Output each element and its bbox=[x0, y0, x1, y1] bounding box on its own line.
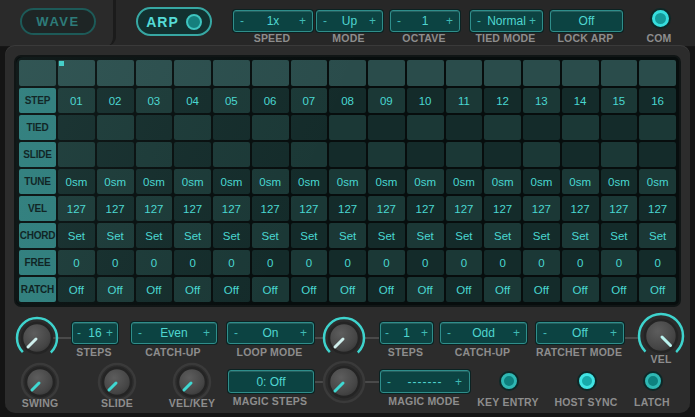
grid-cell-tune-16[interactable]: 0sm bbox=[639, 169, 676, 194]
grid-cell-ratch-15[interactable]: Off bbox=[601, 277, 638, 302]
grid-cell-tune-13[interactable]: 0sm bbox=[523, 169, 560, 194]
step-header-cell-4[interactable] bbox=[174, 60, 211, 86]
grid-cell-ratch-10[interactable]: Off bbox=[407, 277, 444, 302]
arp-enable-led[interactable] bbox=[186, 14, 202, 30]
loop-mode-stepper[interactable]: - On + bbox=[227, 322, 314, 344]
grid-cell-free-13[interactable]: 0 bbox=[523, 250, 560, 275]
key-entry-led[interactable] bbox=[501, 373, 517, 389]
grid-cell-ratch-2[interactable]: Off bbox=[97, 277, 134, 302]
speed-increment[interactable]: + bbox=[299, 14, 306, 28]
mode-increment[interactable]: + bbox=[369, 14, 376, 28]
speed-decrement[interactable]: - bbox=[240, 14, 244, 28]
grid-cell-ratch-4[interactable]: Off bbox=[174, 277, 211, 302]
grid-cell-chord-14[interactable]: Set bbox=[562, 223, 599, 248]
grid-cell-ratch-1[interactable]: Off bbox=[58, 277, 95, 302]
loop-knob[interactable] bbox=[322, 316, 366, 364]
grid-cell-free-3[interactable]: 0 bbox=[136, 250, 173, 275]
grid-cell-ratch-8[interactable]: Off bbox=[329, 277, 366, 302]
grid-cell-free-15[interactable]: 0 bbox=[601, 250, 638, 275]
grid-cell-vel-4[interactable]: 127 bbox=[174, 196, 211, 221]
catch-up-right-value[interactable]: Odd bbox=[472, 326, 495, 340]
grid-cell-tune-14[interactable]: 0sm bbox=[562, 169, 599, 194]
grid-cell-tune-8[interactable]: 0sm bbox=[329, 169, 366, 194]
grid-cell-tied-2[interactable] bbox=[97, 115, 134, 140]
grid-cell-ratch-9[interactable]: Off bbox=[368, 277, 405, 302]
grid-cell-ratch-11[interactable]: Off bbox=[446, 277, 483, 302]
step-header-cell-6[interactable] bbox=[252, 60, 289, 86]
grid-cell-tied-3[interactable] bbox=[136, 115, 173, 140]
grid-cell-step-15[interactable]: 15 bbox=[601, 88, 638, 113]
grid-cell-vel-16[interactable]: 127 bbox=[639, 196, 676, 221]
grid-cell-chord-3[interactable]: Set bbox=[136, 223, 173, 248]
grid-cell-vel-14[interactable]: 127 bbox=[562, 196, 599, 221]
grid-cell-tune-15[interactable]: 0sm bbox=[601, 169, 638, 194]
grid-cell-tune-2[interactable]: 0sm bbox=[97, 169, 134, 194]
grid-cell-tune-11[interactable]: 0sm bbox=[446, 169, 483, 194]
grid-cell-free-6[interactable]: 0 bbox=[252, 250, 289, 275]
step-header-cell-10[interactable] bbox=[407, 60, 444, 86]
grid-cell-tied-1[interactable] bbox=[58, 115, 95, 140]
magic-steps-selector[interactable]: 0: Off bbox=[228, 370, 314, 393]
speed-stepper[interactable]: - 1x + bbox=[233, 10, 313, 32]
octave-decrement[interactable]: - bbox=[397, 14, 401, 28]
grid-cell-tune-4[interactable]: 0sm bbox=[174, 169, 211, 194]
grid-cell-free-14[interactable]: 0 bbox=[562, 250, 599, 275]
grid-cell-vel-10[interactable]: 127 bbox=[407, 196, 444, 221]
steps-right-stepper[interactable]: - 1 + bbox=[380, 322, 433, 344]
grid-cell-tied-10[interactable] bbox=[407, 115, 444, 140]
grid-cell-tune-5[interactable]: 0sm bbox=[213, 169, 250, 194]
loop-mode-value[interactable]: On bbox=[262, 326, 278, 340]
steps-right-value[interactable]: 1 bbox=[403, 326, 410, 340]
grid-cell-free-4[interactable]: 0 bbox=[174, 250, 211, 275]
grid-cell-vel-9[interactable]: 127 bbox=[368, 196, 405, 221]
grid-cell-tune-6[interactable]: 0sm bbox=[252, 169, 289, 194]
grid-cell-step-7[interactable]: 07 bbox=[291, 88, 328, 113]
grid-cell-step-10[interactable]: 10 bbox=[407, 88, 444, 113]
grid-cell-slide-1[interactable] bbox=[58, 142, 95, 167]
mode-decrement[interactable]: - bbox=[323, 14, 327, 28]
step-header-cell-11[interactable] bbox=[446, 60, 483, 86]
grid-cell-free-12[interactable]: 0 bbox=[484, 250, 521, 275]
grid-cell-step-2[interactable]: 02 bbox=[97, 88, 134, 113]
grid-cell-free-8[interactable]: 0 bbox=[329, 250, 366, 275]
grid-cell-ratch-16[interactable]: Off bbox=[639, 277, 676, 302]
grid-cell-free-9[interactable]: 0 bbox=[368, 250, 405, 275]
magic-steps-value[interactable]: 0: Off bbox=[256, 375, 285, 389]
grid-cell-vel-3[interactable]: 127 bbox=[136, 196, 173, 221]
grid-cell-slide-4[interactable] bbox=[174, 142, 211, 167]
step-header-cell-7[interactable] bbox=[291, 60, 328, 86]
grid-cell-tied-6[interactable] bbox=[252, 115, 289, 140]
host-sync-led[interactable] bbox=[579, 373, 595, 389]
step-header-cell-15[interactable] bbox=[601, 60, 638, 86]
magic-mode-stepper[interactable]: - ------- + bbox=[380, 370, 470, 393]
grid-cell-chord-8[interactable]: Set bbox=[329, 223, 366, 248]
grid-cell-ratch-14[interactable]: Off bbox=[562, 277, 599, 302]
grid-cell-vel-15[interactable]: 127 bbox=[601, 196, 638, 221]
grid-cell-tied-7[interactable] bbox=[291, 115, 328, 140]
grid-cell-chord-1[interactable]: Set bbox=[58, 223, 95, 248]
grid-cell-slide-6[interactable] bbox=[252, 142, 289, 167]
grid-cell-ratch-5[interactable]: Off bbox=[213, 277, 250, 302]
grid-cell-vel-8[interactable]: 127 bbox=[329, 196, 366, 221]
latch-led[interactable] bbox=[645, 373, 661, 389]
grid-cell-vel-11[interactable]: 127 bbox=[446, 196, 483, 221]
grid-cell-chord-10[interactable]: Set bbox=[407, 223, 444, 248]
grid-cell-tied-13[interactable] bbox=[523, 115, 560, 140]
grid-cell-chord-11[interactable]: Set bbox=[446, 223, 483, 248]
grid-cell-slide-11[interactable] bbox=[446, 142, 483, 167]
grid-cell-step-12[interactable]: 12 bbox=[484, 88, 521, 113]
grid-cell-slide-14[interactable] bbox=[562, 142, 599, 167]
loop-mode-increment[interactable]: + bbox=[300, 326, 307, 340]
grid-cell-slide-9[interactable] bbox=[368, 142, 405, 167]
grid-cell-step-3[interactable]: 03 bbox=[136, 88, 173, 113]
grid-cell-chord-2[interactable]: Set bbox=[97, 223, 134, 248]
magic-knob[interactable] bbox=[322, 360, 366, 408]
grid-cell-vel-12[interactable]: 127 bbox=[484, 196, 521, 221]
magic-mode-increment[interactable]: + bbox=[455, 375, 463, 389]
step-header-cell-5[interactable] bbox=[213, 60, 250, 86]
grid-cell-tied-5[interactable] bbox=[213, 115, 250, 140]
grid-cell-ratch-7[interactable]: Off bbox=[291, 277, 328, 302]
grid-cell-slide-12[interactable] bbox=[484, 142, 521, 167]
octave-value[interactable]: 1 bbox=[422, 14, 429, 28]
grid-cell-slide-15[interactable] bbox=[601, 142, 638, 167]
